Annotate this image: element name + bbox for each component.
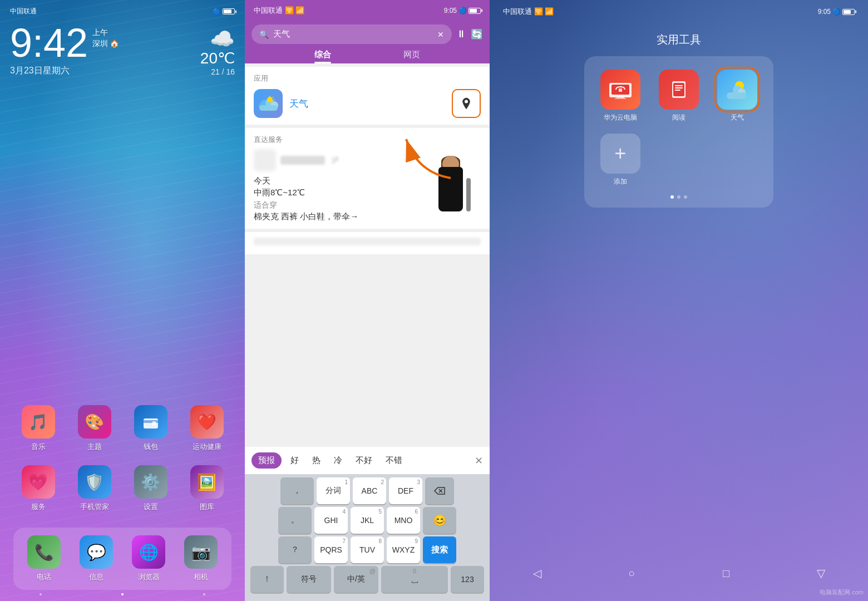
- home-app-music[interactable]: 🎵 音乐: [13, 405, 63, 452]
- search-input-box[interactable]: 🔍 天气 ✕: [251, 24, 452, 44]
- kb-row-2: 。 4 GHI 5 JKL 6 MNO 😊: [247, 507, 487, 534]
- tab-web[interactable]: 网页: [367, 44, 456, 63]
- kb-tuv[interactable]: 8 TUV: [351, 536, 384, 563]
- weather-app-icon: [254, 89, 283, 118]
- svg-rect-25: [675, 90, 680, 91]
- kb-emoji[interactable]: 😊: [423, 507, 456, 534]
- suggestion-hot[interactable]: 热: [308, 452, 325, 469]
- health-app-icon: ❤️: [190, 405, 224, 439]
- home-app-service[interactable]: 💗 服务: [13, 465, 63, 512]
- search-clear-icon[interactable]: ✕: [437, 30, 444, 39]
- dock-browser[interactable]: 🌐 浏览器: [125, 535, 172, 582]
- kb-space[interactable]: 0 ⎵: [381, 566, 448, 593]
- home-app-settings[interactable]: ⚙️ 设置: [126, 465, 175, 512]
- svg-point-2: [152, 421, 156, 426]
- folder-battery: [842, 9, 855, 15]
- status-right: 🔵: [213, 8, 235, 16]
- dock-camera[interactable]: 📷 相机: [177, 535, 225, 582]
- folder-nav-bar: ◁ ○ □ ▽: [490, 562, 868, 584]
- home-app-manager[interactable]: 🛡️ 手机管家: [70, 465, 119, 512]
- phone-label: 电话: [37, 572, 51, 582]
- folder-status-right: 9:05 🔵: [818, 8, 855, 16]
- home-nav-dots: [0, 590, 245, 601]
- kb-mno[interactable]: 6 MNO: [387, 507, 420, 534]
- home-dock: 📞 电话 💬 信息 🌐 浏览器 📷 相机: [13, 528, 231, 590]
- suggestion-close-btn[interactable]: ✕: [475, 455, 483, 467]
- search-status-left: 中国联通 🛜 📶: [254, 6, 304, 16]
- kb-jkl[interactable]: 5 JKL: [351, 507, 384, 534]
- folder-app-weather[interactable]: 天气: [713, 70, 762, 122]
- kb-row-3: ？ 7 PQRS 8 TUV 9 WXYZ 搜索: [247, 536, 487, 563]
- blurred-text: [280, 156, 325, 165]
- kb-123[interactable]: 123: [451, 566, 484, 593]
- suggestion-good[interactable]: 好: [286, 452, 303, 469]
- search-options-icon[interactable]: 🔄: [471, 28, 483, 41]
- dock-phone[interactable]: 📞 电话: [20, 535, 68, 582]
- clock-info: 上午 深圳 🏠: [92, 27, 119, 49]
- direct-service-title: 直达服务: [254, 135, 481, 145]
- kb-abc[interactable]: 2 ABC: [353, 477, 386, 504]
- weather-app-result: 天气: [254, 89, 481, 118]
- folder-app-reader[interactable]: 阅读: [654, 70, 703, 122]
- svg-line-10: [273, 97, 273, 98]
- search-magnify-icon: 🔍: [259, 30, 269, 39]
- health-app-label: 运动健康: [193, 442, 221, 452]
- more-results-section: [245, 232, 490, 254]
- kb-exclaim[interactable]: ！: [250, 566, 284, 593]
- huawei-cloud-label: 华为云电脑: [604, 113, 637, 122]
- home-app-health[interactable]: ❤️ 运动健康: [182, 405, 231, 452]
- folder-signal: 中国联通 🛜 📶: [503, 7, 554, 17]
- dock-messages[interactable]: 💬 信息: [72, 535, 120, 582]
- nav-back-btn[interactable]: ◁: [526, 562, 548, 584]
- tab-comprehensive[interactable]: 综合: [278, 44, 367, 63]
- kb-question[interactable]: ？: [278, 536, 312, 563]
- huawei-cloud-icon: [600, 70, 640, 110]
- clock-city: 深圳 🏠: [92, 38, 119, 50]
- kb-lang[interactable]: @ 中/英: [334, 566, 378, 593]
- messages-icon: 💬: [80, 535, 113, 569]
- search-panel: 中国联通 🛜 📶 9:05 🔵 🔍 天气 ✕ ⏸ 🔄 综合 网页 应用: [245, 0, 490, 601]
- kb-ghi[interactable]: 4 GHI: [314, 507, 348, 534]
- kb-backspace[interactable]: [425, 477, 454, 504]
- folder-add-item[interactable]: + 添加: [595, 134, 645, 186]
- wallet-app-label: 钱包: [144, 442, 158, 452]
- signal-text: 中国联通: [10, 7, 37, 16]
- home-app-theme[interactable]: 🎨 主题: [70, 405, 119, 452]
- kb-search[interactable]: 搜索: [423, 536, 456, 563]
- kb-comma[interactable]: ，: [280, 477, 314, 504]
- service-app-label: 服务: [31, 502, 46, 512]
- home-app-gallery[interactable]: 🖼️ 图库: [182, 465, 231, 512]
- search-results: 应用 天气: [245, 63, 490, 446]
- search-voice-icon[interactable]: ⏸: [456, 28, 466, 40]
- suggestion-forecast[interactable]: 预报: [251, 452, 282, 469]
- svg-rect-18: [617, 96, 624, 98]
- suggestion-notbad[interactable]: 不错: [381, 452, 407, 469]
- suggestion-cold[interactable]: 冷: [329, 452, 347, 469]
- add-app-btn[interactable]: +: [600, 134, 640, 174]
- browser-label: 浏览器: [138, 572, 160, 582]
- svg-rect-20: [619, 88, 622, 92]
- nav-recents-btn[interactable]: □: [715, 562, 737, 584]
- keyboard: ， 1 分词 2 ABC 3 DEF: [245, 474, 490, 601]
- nav-home-btn[interactable]: ○: [620, 562, 643, 584]
- folder-app-huawei-cloud[interactable]: 华为云电脑: [595, 70, 645, 122]
- kb-pqrs[interactable]: 7 PQRS: [314, 536, 348, 563]
- clock-ampm: 上午: [92, 27, 119, 38]
- weather-location-btn[interactable]: [452, 89, 481, 118]
- app-section-title: 应用: [254, 73, 481, 83]
- folder-page-dots: [595, 195, 762, 199]
- kb-period[interactable]: 。: [278, 507, 312, 534]
- clock-digits: 9:42: [10, 23, 88, 63]
- home-app-wallet[interactable]: 钱包: [126, 405, 175, 452]
- weather-folder-label: 天气: [731, 113, 744, 122]
- suggestion-bad[interactable]: 不好: [351, 452, 377, 469]
- kb-def[interactable]: 3 DEF: [389, 477, 422, 504]
- kb-fenci[interactable]: 1 分词: [317, 477, 350, 504]
- weather-person-figure: [428, 156, 479, 217]
- nav-extra-btn[interactable]: ▽: [810, 562, 832, 584]
- browser-icon: 🌐: [132, 535, 165, 569]
- watermark: 电脑装配网.com: [820, 588, 864, 597]
- folder-status-bar: 中国联通 🛜 📶 9:05 🔵: [490, 0, 868, 21]
- kb-symbol[interactable]: 符号: [287, 566, 331, 593]
- kb-wxyz[interactable]: 9 WXYZ: [387, 536, 420, 563]
